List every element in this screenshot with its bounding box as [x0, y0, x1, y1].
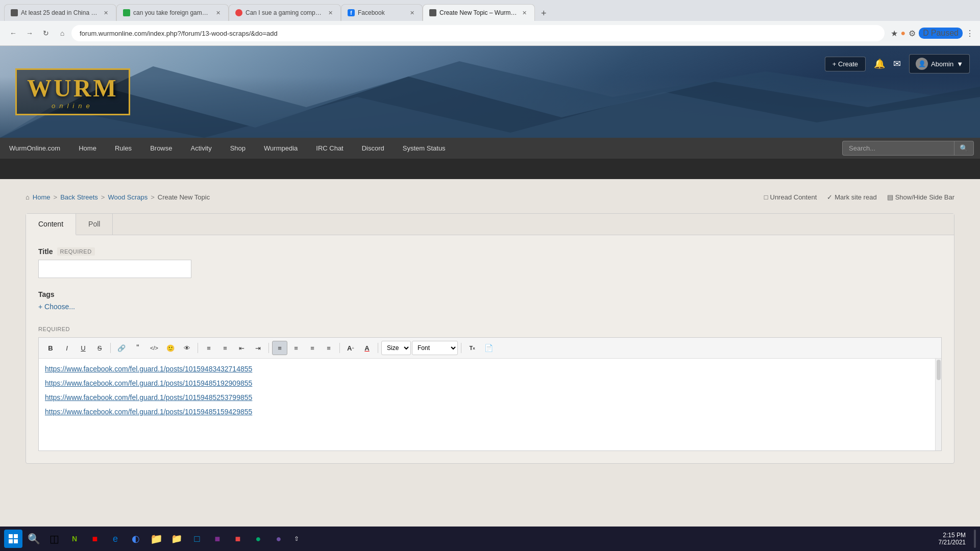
highlight-button[interactable]: A+: [343, 341, 358, 355]
show-hide-sidebar-link[interactable]: ▤ Show/Hide Side Bar: [887, 193, 954, 201]
site-nav: WurmOnline.com Home Rules Browse Activit…: [0, 138, 980, 159]
scrollbar-thumb: [937, 360, 941, 380]
breadcrumb-home[interactable]: Home: [33, 193, 51, 201]
source-button[interactable]: 📄: [481, 341, 496, 355]
logo-main-text: WURM: [27, 74, 118, 102]
editor-section: REQUIRED B I U S 🔗 “ </> 🙂: [38, 323, 942, 451]
content-link-1[interactable]: https://www.facebook.com/fel.guard.1/pos…: [45, 365, 935, 373]
align-center-button[interactable]: ≡: [288, 341, 304, 355]
indent-decrease-button[interactable]: ⇤: [234, 341, 249, 355]
user-initial: D: [923, 29, 929, 38]
breadcrumb: ⌂ Home > Back Streets > Wood Scraps > Cr…: [26, 193, 210, 201]
nav-wurmpedia[interactable]: Wurmpedia: [255, 138, 307, 158]
site-header: WURM online + Create 🔔 ✉ 👤 Abomin ▼: [0, 46, 980, 138]
tab-close-3[interactable]: ✕: [326, 9, 334, 17]
content-link-3[interactable]: https://www.facebook.com/fel.guard.1/pos…: [45, 393, 935, 402]
strikethrough-button[interactable]: S: [92, 341, 107, 355]
user-menu-button[interactable]: 👤 Abomin ▼: [909, 54, 970, 73]
tags-add-button[interactable]: + Choose...: [38, 303, 75, 311]
tab-favicon-5: [429, 9, 436, 16]
browser-controls: ← → ↻ ⌂ ★ ● ⚙ D Paused ⋮: [0, 21, 980, 46]
create-topic-form: Content Poll Title REQUIRED Tags: [26, 213, 954, 464]
browser-tab-1[interactable]: At least 25 dead in China as pro… ✕: [4, 4, 116, 21]
code-button[interactable]: </>: [146, 341, 162, 355]
italic-button[interactable]: I: [59, 341, 75, 355]
create-button[interactable]: + Create: [825, 57, 866, 71]
indent-increase-button[interactable]: ⇥: [250, 341, 265, 355]
align-left-button[interactable]: ≡: [272, 341, 287, 355]
nav-irc-chat[interactable]: IRC Chat: [307, 138, 352, 158]
search-input[interactable]: [842, 141, 954, 156]
editor-wrapper: B I U S 🔗 “ </> 🙂 👁 ≡ ≡: [38, 337, 942, 451]
bookmark-icon[interactable]: ★: [891, 29, 898, 38]
spoiler-button[interactable]: 👁: [179, 341, 194, 355]
page-content: WURM online + Create 🔔 ✉ 👤 Abomin ▼ Wurm…: [0, 46, 980, 474]
nav-system-status[interactable]: System Status: [394, 138, 455, 158]
layout-icon: ▤: [887, 193, 893, 201]
back-button[interactable]: ←: [6, 26, 20, 40]
nav-rules[interactable]: Rules: [106, 138, 141, 158]
quote-button[interactable]: “: [130, 341, 145, 355]
wurm-logo[interactable]: WURM online: [0, 58, 145, 126]
extension-icon[interactable]: ●: [901, 29, 906, 38]
underline-button[interactable]: U: [76, 341, 91, 355]
user-avatar: 👤: [916, 58, 928, 70]
puzzle-icon[interactable]: ⚙: [909, 29, 916, 38]
toolbar-sep-5: [378, 343, 378, 353]
breadcrumb-back-streets[interactable]: Back Streets: [60, 193, 98, 201]
clear-format-button[interactable]: Tx: [464, 341, 480, 355]
emoji-button[interactable]: 🙂: [163, 341, 178, 355]
user-name: Abomin: [931, 60, 953, 68]
new-tab-button[interactable]: +: [537, 6, 551, 21]
notifications-icon[interactable]: 🔔: [874, 58, 885, 69]
tab-close-4[interactable]: ✕: [408, 9, 416, 17]
nav-shop[interactable]: Shop: [221, 138, 255, 158]
browser-tab-2[interactable]: can you take foreign game comp… ✕: [116, 4, 229, 21]
editor-content[interactable]: https://www.facebook.com/fel.guard.1/pos…: [39, 359, 941, 450]
content-link-4[interactable]: https://www.facebook.com/fel.guard.1/pos…: [45, 408, 935, 416]
align-right-button[interactable]: ≡: [305, 341, 320, 355]
tab-close-2[interactable]: ✕: [214, 9, 222, 17]
forward-button[interactable]: →: [22, 26, 37, 40]
tab-title-2: can you take foreign game comp…: [133, 9, 211, 16]
text-color-button[interactable]: A: [359, 341, 375, 355]
editor-scrollbar[interactable]: [935, 359, 941, 450]
browser-tab-4[interactable]: f Facebook ✕: [341, 4, 423, 21]
tab-content[interactable]: Content: [26, 214, 76, 235]
address-bar[interactable]: [71, 25, 885, 41]
font-size-select[interactable]: Size: [381, 341, 411, 355]
font-family-select[interactable]: Font: [412, 341, 458, 355]
breadcrumb-wood-scraps[interactable]: Wood Scraps: [108, 193, 148, 201]
tab-poll[interactable]: Poll: [76, 214, 113, 235]
messages-icon[interactable]: ✉: [893, 58, 901, 69]
list-ordered-button[interactable]: ≡: [217, 341, 233, 355]
mark-site-read-link[interactable]: ✓ Mark site read: [827, 193, 876, 201]
editor-toolbar: B I U S 🔗 “ </> 🙂 👁 ≡ ≡: [39, 338, 941, 359]
nav-discord[interactable]: Discord: [353, 138, 394, 158]
check-icon: ✓: [827, 193, 832, 201]
search-button[interactable]: 🔍: [954, 141, 974, 156]
paused-label: Paused: [931, 29, 959, 38]
breadcrumb-current: Create New Topic: [158, 193, 210, 201]
breadcrumb-actions: □ Unread Content ✓ Mark site read ▤ Show…: [764, 193, 954, 201]
bold-button[interactable]: B: [43, 341, 58, 355]
tab-close-1[interactable]: ✕: [102, 9, 110, 17]
browser-tab-3[interactable]: Can I sue a gaming company? -… ✕: [229, 4, 341, 21]
align-justify-button[interactable]: ≡: [321, 341, 336, 355]
nav-home[interactable]: Home: [69, 138, 106, 158]
menu-icon[interactable]: ⋮: [966, 29, 974, 38]
nav-browse[interactable]: Browse: [141, 138, 181, 158]
nav-wurmonline[interactable]: WurmOnline.com: [0, 138, 69, 158]
browser-tab-5[interactable]: Create New Topic – Wurm Online… ✕: [423, 4, 535, 21]
toolbar-sep-4: [339, 343, 340, 353]
title-input[interactable]: [38, 260, 191, 278]
reload-button[interactable]: ↻: [39, 26, 53, 40]
unread-content-link[interactable]: □ Unread Content: [764, 193, 817, 201]
tab-close-5[interactable]: ✕: [520, 9, 528, 17]
home-button[interactable]: ⌂: [55, 26, 69, 40]
nav-activity[interactable]: Activity: [181, 138, 220, 158]
dark-bar: [0, 159, 980, 179]
link-button[interactable]: 🔗: [114, 341, 129, 355]
list-unordered-button[interactable]: ≡: [201, 341, 216, 355]
content-link-2[interactable]: https://www.facebook.com/fel.guard.1/pos…: [45, 379, 935, 387]
